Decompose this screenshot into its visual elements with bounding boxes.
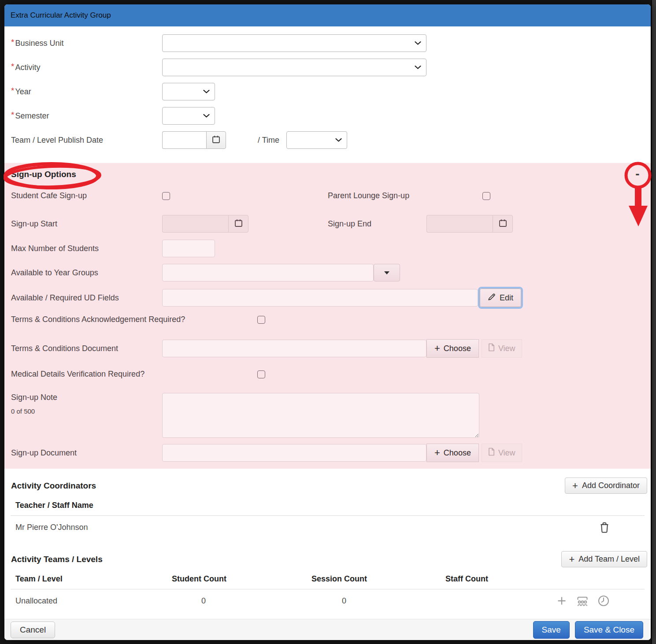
tc-doc-input[interactable] [162, 340, 426, 357]
required-asterisk: * [11, 37, 14, 47]
main-form: *Business Unit *Activity *Year *Semester [4, 26, 651, 163]
plus-icon: + [434, 448, 440, 458]
semester-label: *Semester [11, 111, 162, 121]
business-unit-label: *Business Unit [11, 38, 162, 48]
signup-doc-input[interactable] [162, 444, 426, 462]
medical-row: Medical Details Verification Required? [11, 370, 651, 379]
year-groups-row: Available to Year Groups [11, 264, 651, 281]
view-button-label: View [498, 344, 515, 353]
caret-down-icon [384, 271, 389, 274]
tc-doc-view-button[interactable]: View [482, 339, 522, 358]
publish-date-calendar-button[interactable] [206, 131, 226, 149]
publish-time-select[interactable] [286, 131, 347, 149]
dialog-header: Extra Curricular Activity Group [4, 4, 651, 26]
signup-options-section: Sign-up Options - Student Cafe Sign-up P… [4, 163, 651, 469]
tc-ack-label: Terms & Conditions Acknowledgement Requi… [11, 315, 257, 324]
chevron-down-icon [335, 138, 342, 142]
ud-fields-label: Available / Required UD Fields [11, 293, 162, 303]
page-backdrop-strip [651, 0, 656, 644]
signup-end-input[interactable] [426, 215, 493, 233]
trash-icon [600, 528, 609, 534]
session-count-header: Session Count [311, 574, 445, 584]
signup-doc-view-button[interactable]: View [482, 444, 522, 462]
session-count-cell: 0 [311, 596, 445, 606]
coordinators-table-header: Teacher / Staff Name [11, 494, 645, 516]
clock-icon [598, 601, 609, 608]
signup-note-counter: 0 of 500 [11, 407, 162, 415]
signup-doc-label: Sign-up Document [11, 448, 162, 458]
signup-start-field: Sign-up Start [11, 215, 328, 233]
plus-icon: + [572, 481, 578, 491]
required-asterisk: * [11, 86, 14, 95]
signup-doc-row: Sign-up Document + Choose View [11, 444, 651, 462]
teams-heading: Activity Teams / Levels [11, 555, 103, 564]
business-unit-row: *Business Unit [11, 34, 651, 52]
ud-fields-input[interactable] [162, 289, 478, 307]
year-select[interactable] [162, 83, 215, 100]
delete-coordinator-button[interactable] [600, 522, 609, 533]
signup-start-label: Sign-up Start [11, 219, 162, 229]
collapse-section-button[interactable]: - [634, 167, 641, 181]
signup-end-field: Sign-up End [328, 215, 513, 233]
max-students-input[interactable] [162, 240, 215, 257]
add-team-level-button[interactable]: + Add Team / Level [561, 551, 647, 567]
plus-icon: + [569, 555, 574, 564]
students-group-icon [576, 601, 589, 608]
choose-button-label: Choose [444, 344, 471, 353]
chevron-down-icon [415, 41, 421, 45]
calendar-icon [498, 218, 508, 229]
signup-start-input[interactable] [162, 215, 228, 233]
edit-ud-fields-button[interactable]: Edit [480, 289, 521, 307]
signup-start-group [162, 215, 248, 233]
max-students-row: Max Number of Students [11, 240, 651, 257]
chevron-down-icon [203, 114, 210, 118]
coordinators-header-row: Activity Coordinators + Add Coordinator [4, 469, 651, 494]
coordinators-heading: Activity Coordinators [11, 481, 96, 491]
publish-date-row: Team / Level Publish Date / Time [11, 131, 651, 149]
teacher-staff-name-header: Teacher / Staff Name [15, 501, 93, 510]
business-unit-select[interactable] [162, 34, 426, 52]
sessions-schedule-button[interactable] [598, 595, 609, 607]
publish-date-input[interactable] [162, 131, 206, 149]
signup-options-heading: Sign-up Options [11, 170, 651, 179]
calendar-icon [211, 135, 221, 145]
semester-select[interactable] [162, 107, 215, 125]
add-session-button[interactable] [556, 596, 567, 606]
required-asterisk: * [11, 110, 14, 119]
view-button-label: View [498, 448, 515, 458]
dialog-title: Extra Curricular Activity Group [11, 11, 111, 20]
extra-curricular-activity-group-dialog: Extra Curricular Activity Group *Busines… [4, 4, 651, 640]
save-button[interactable]: Save [533, 621, 570, 639]
publish-date-label: Team / Level Publish Date [11, 136, 162, 145]
add-coordinator-button[interactable]: + Add Coordinator [565, 477, 647, 494]
year-groups-input[interactable] [162, 264, 374, 281]
tc-ack-checkbox[interactable] [257, 316, 265, 324]
student-cafe-checkbox[interactable] [162, 192, 170, 200]
medical-checkbox[interactable] [257, 370, 265, 378]
time-separator-label: / Time [258, 136, 279, 145]
table-row: Mr Pierre O'Johnson [11, 516, 645, 539]
activity-select[interactable] [162, 59, 426, 76]
save-and-close-button[interactable]: Save & Close [575, 621, 643, 639]
parent-lounge-field: Parent Lounge Sign-up [328, 191, 490, 200]
signup-end-label: Sign-up End [328, 219, 426, 229]
teams-table-header: Team / Level Student Count Session Count… [11, 567, 645, 589]
document-icon [488, 448, 495, 458]
signup-doc-choose-button[interactable]: + Choose [426, 444, 479, 462]
activity-label: *Activity [11, 63, 162, 72]
cancel-button[interactable]: Cancel [11, 622, 55, 638]
choose-button-label: Choose [444, 448, 471, 458]
publish-date-group [162, 131, 226, 149]
signup-checkbox-row: Student Cafe Sign-up Parent Lounge Sign-… [11, 191, 651, 200]
signup-note-textarea[interactable] [162, 393, 479, 438]
signup-end-calendar-button[interactable] [493, 215, 513, 233]
signup-start-calendar-button[interactable] [228, 215, 248, 233]
tc-doc-choose-button[interactable]: + Choose [426, 339, 479, 358]
year-groups-dropdown-button[interactable] [374, 264, 400, 281]
teams-header-row: Activity Teams / Levels + Add Team / Lev… [4, 539, 651, 567]
document-icon [488, 343, 495, 354]
parent-lounge-checkbox[interactable] [482, 192, 490, 200]
semester-row: *Semester [11, 107, 651, 125]
manage-students-button[interactable] [576, 595, 589, 607]
staff-count-header: Staff Count [445, 574, 534, 584]
